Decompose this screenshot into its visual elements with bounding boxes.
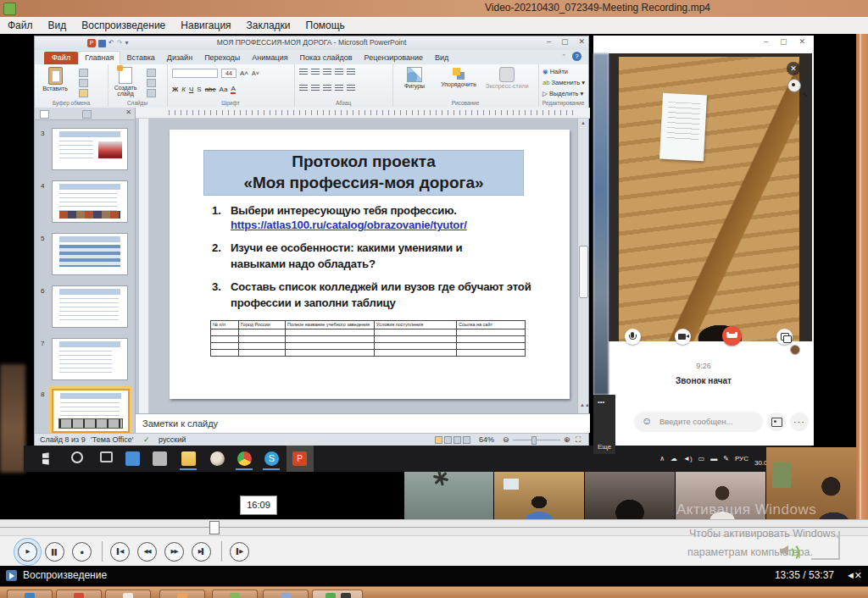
menu-view[interactable]: Вид — [41, 19, 75, 31]
mail-app-icon[interactable] — [125, 451, 140, 466]
cut-icon[interactable] — [79, 69, 88, 77]
frame-step-button[interactable]: ▌▶ — [230, 542, 249, 562]
ppt-tab-insert[interactable]: Вставка — [120, 52, 160, 64]
search-icon[interactable] — [71, 451, 83, 463]
zoom-slider[interactable] — [513, 440, 560, 440]
font-size-combo[interactable]: 44 — [221, 69, 236, 78]
underline-button[interactable]: Ч — [189, 86, 193, 93]
emoji-icon[interactable]: ☺ — [642, 415, 652, 427]
language-indicator[interactable]: русский — [159, 435, 186, 446]
language-tray[interactable]: РУС — [735, 455, 748, 462]
menu-file[interactable]: Файл — [0, 19, 41, 31]
zoom-slider-thumb[interactable] — [531, 436, 537, 445]
more-options-button[interactable]: ··· — [790, 413, 809, 431]
section-icon[interactable] — [147, 89, 156, 97]
align-left-icon[interactable] — [299, 85, 308, 91]
select-button[interactable]: ▷ Выделить ▾ — [542, 90, 583, 97]
rewind-button[interactable]: ◀◀ — [137, 542, 157, 562]
onedrive-tray-icon[interactable]: ☁ — [670, 455, 677, 462]
slides-tab-icon[interactable] — [40, 110, 49, 119]
skype-main-video[interactable] — [619, 57, 799, 341]
quick-styles-button[interactable]: Экспресс-стили — [482, 67, 531, 89]
view-buttons[interactable] — [435, 435, 472, 446]
notes-pane[interactable]: Заметки к слайду — [136, 413, 590, 433]
play-button[interactable]: ▶ — [18, 542, 37, 562]
host-task-1[interactable] — [7, 590, 53, 598]
new-slide-button[interactable]: Создать слайд — [111, 67, 140, 97]
ppt-tab-home[interactable]: Главная — [78, 51, 120, 64]
replace-button[interactable]: ab Заменить ▾ — [542, 79, 585, 86]
font-name-combo[interactable] — [172, 69, 218, 78]
ppt-minimize-button[interactable]: – — [547, 37, 551, 46]
numbering-icon[interactable] — [311, 69, 320, 75]
host-task-2[interactable] — [56, 590, 102, 598]
save-icon[interactable] — [98, 40, 106, 47]
skype-close-button[interactable]: ✕ — [798, 37, 805, 46]
panel-close-icon[interactable]: ✕ — [125, 108, 131, 116]
line-spacing-icon[interactable] — [347, 69, 355, 75]
menu-bookmarks[interactable]: Закладки — [239, 19, 298, 31]
menu-help[interactable]: Помощь — [298, 19, 353, 31]
fax-app-icon[interactable] — [153, 451, 167, 466]
justify-icon[interactable] — [335, 85, 343, 91]
zoom-percentage[interactable]: 64% — [479, 435, 494, 446]
host-task-3[interactable] — [105, 590, 151, 598]
skip-start-button[interactable]: ▌◀ — [110, 542, 130, 562]
font-color-button[interactable]: А — [231, 85, 235, 94]
skype-taskbar-icon[interactable]: S — [264, 451, 279, 466]
grow-font-icon[interactable]: A˄ — [240, 69, 248, 77]
slide-scrollbar[interactable]: ▲ ▲▲ ▼▼ ▼ — [577, 119, 588, 433]
task-view-icon[interactable] — [100, 451, 113, 462]
ppt-tab-file[interactable]: Файл — [44, 52, 78, 64]
arrange-button[interactable]: Упорядочить — [437, 67, 481, 87]
slide-hyperlink[interactable]: https://atlas100.ru/catalog/obrazovanie/… — [231, 219, 467, 231]
reset-icon[interactable] — [147, 79, 156, 87]
powerpoint-taskbar-icon[interactable]: P — [292, 451, 307, 466]
copy-icon[interactable] — [79, 79, 88, 87]
fast-forward-button[interactable]: ▶▶ — [164, 542, 184, 562]
align-right-icon[interactable] — [323, 85, 331, 91]
ppt-tab-review[interactable]: Рецензирование — [359, 52, 430, 64]
qat-dropdown-icon[interactable]: ▾ — [125, 38, 128, 48]
video-close-icon[interactable]: ✕ — [787, 62, 800, 75]
ppt-tab-slideshow[interactable]: Показ слайдов — [294, 52, 359, 64]
slide-thumb-6[interactable]: 6 — [52, 285, 130, 328]
zoom-in-icon[interactable]: ⊕ — [564, 435, 570, 446]
share-screen-button[interactable] — [776, 329, 793, 345]
strikethrough-button[interactable]: abc — [205, 86, 216, 93]
end-call-button[interactable] — [722, 326, 742, 346]
message-input[interactable]: ☺ Введите сообщен... — [634, 412, 763, 432]
seek-thumb[interactable] — [209, 521, 220, 534]
slide-thumb-4[interactable]: 4 — [52, 180, 130, 223]
menu-playback[interactable]: Воспроизведение — [74, 19, 173, 31]
ppt-maximize-button[interactable]: ▢ — [561, 37, 569, 46]
skype-maximize-button[interactable]: ▢ — [780, 37, 787, 46]
ppt-close-button[interactable]: ✕ — [578, 37, 585, 46]
ppt-tab-transitions[interactable]: Переходы — [198, 52, 246, 64]
shapes-button[interactable]: Фигуры — [398, 67, 431, 89]
chrome-icon[interactable] — [237, 451, 252, 466]
gimp-app-icon[interactable] — [210, 451, 225, 466]
zoom-out-icon[interactable]: ⊖ — [503, 435, 509, 446]
undo-icon[interactable]: ↶ — [108, 38, 114, 48]
ribbon-collapse-icon[interactable]: ⌃ — [561, 53, 566, 60]
paste-button[interactable]: Вставить — [41, 67, 70, 91]
start-button-icon[interactable] — [42, 451, 57, 466]
reading-view-icon[interactable] — [453, 436, 461, 444]
slide-thumb-5[interactable]: 5 — [52, 233, 130, 275]
indent-decrease-icon[interactable] — [323, 69, 331, 75]
tray-chevron-icon[interactable]: ∧ — [659, 455, 665, 462]
scroll-up-icon[interactable]: ▲ — [578, 120, 588, 125]
mute-mic-button[interactable] — [625, 329, 641, 345]
host-task-4[interactable] — [159, 590, 205, 598]
host-task-5[interactable] — [212, 590, 258, 598]
battery-tray-icon[interactable]: ▬ — [710, 455, 717, 462]
pen-tray-icon[interactable]: ✎ — [723, 455, 729, 462]
slide-title[interactable]: Протокол проекта «Моя профессия-моя доро… — [203, 150, 524, 196]
slide-thumb-3[interactable]: 3 — [52, 128, 130, 170]
outline-tab-icon[interactable] — [82, 110, 92, 119]
shrink-font-icon[interactable]: A˅ — [252, 70, 259, 76]
bullets-icon[interactable] — [299, 69, 308, 75]
layout-icon[interactable] — [147, 69, 156, 77]
spellcheck-icon[interactable]: ✓ — [143, 435, 150, 446]
